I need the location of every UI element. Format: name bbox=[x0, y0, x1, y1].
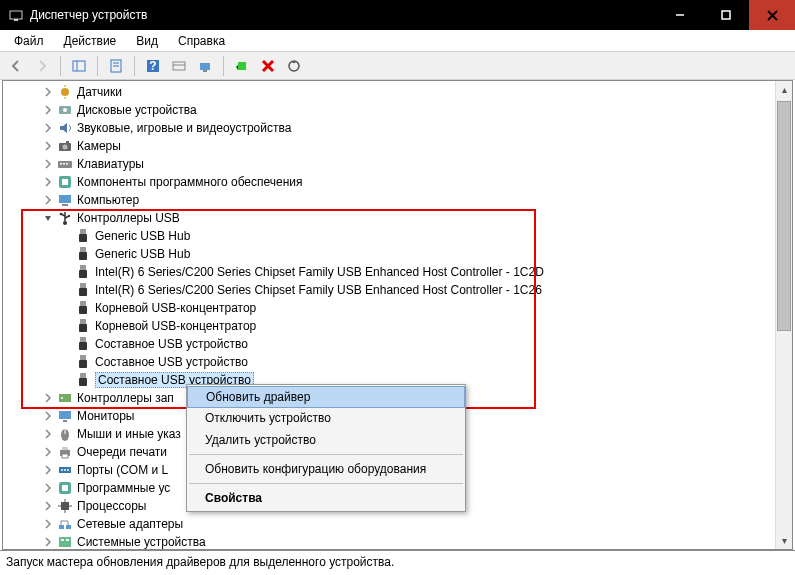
tree-node[interactable]: Intel(R) 6 Series/C200 Series Chipset Fa… bbox=[3, 281, 775, 299]
tree-node-label: Составное USB устройство bbox=[95, 355, 248, 369]
menu-file[interactable]: Файл bbox=[4, 32, 54, 50]
tree-node[interactable]: Сетевые адаптеры bbox=[3, 515, 775, 533]
context-menu-properties[interactable]: Свойства bbox=[187, 487, 465, 509]
tree-node[interactable]: Generic USB Hub bbox=[3, 245, 775, 263]
svg-rect-36 bbox=[62, 204, 68, 206]
tree-node[interactable]: Компоненты программного обеспечения bbox=[3, 173, 775, 191]
maximize-button[interactable] bbox=[703, 0, 749, 30]
tree-node[interactable]: Звуковые, игровые и видеоустройства bbox=[3, 119, 775, 137]
svg-rect-80 bbox=[66, 525, 71, 529]
svg-point-37 bbox=[63, 221, 67, 225]
svg-rect-43 bbox=[80, 247, 86, 252]
tree-node[interactable]: Корневой USB-концентратор bbox=[3, 317, 775, 335]
expand-icon[interactable] bbox=[41, 481, 55, 495]
svg-rect-53 bbox=[80, 337, 86, 342]
tree-node-label: Системные устройства bbox=[77, 535, 206, 549]
help-button[interactable]: ? bbox=[141, 54, 165, 78]
expand-icon[interactable] bbox=[41, 175, 55, 189]
scrollbar-thumb[interactable] bbox=[777, 101, 791, 331]
view-button[interactable] bbox=[167, 54, 191, 78]
context-menu-uninstall[interactable]: Удалить устройство bbox=[187, 429, 465, 451]
tree-node[interactable]: Системные устройства bbox=[3, 533, 775, 549]
menu-action[interactable]: Действие bbox=[54, 32, 127, 50]
statusbar: Запуск мастера обновления драйверов для … bbox=[0, 550, 795, 572]
minimize-button[interactable] bbox=[657, 0, 703, 30]
tree-node[interactable]: Intel(R) 6 Series/C200 Series Chipset Fa… bbox=[3, 263, 775, 281]
context-menu-scan[interactable]: Обновить конфигурацию оборудования bbox=[187, 458, 465, 480]
context-menu-disable[interactable]: Отключить устройство bbox=[187, 407, 465, 429]
menu-view[interactable]: Вид bbox=[126, 32, 168, 50]
properties-button[interactable] bbox=[104, 54, 128, 78]
titlebar: Диспетчер устройств bbox=[0, 0, 795, 30]
expand-icon[interactable] bbox=[41, 85, 55, 99]
menu-help[interactable]: Справка bbox=[168, 32, 235, 50]
tree-node[interactable]: Generic USB Hub bbox=[3, 227, 775, 245]
expand-icon[interactable] bbox=[41, 463, 55, 477]
expand-icon[interactable] bbox=[41, 535, 55, 549]
svg-rect-55 bbox=[80, 355, 86, 360]
svg-rect-44 bbox=[79, 252, 87, 260]
expand-icon[interactable] bbox=[41, 445, 55, 459]
vertical-scrollbar[interactable]: ▴ ▾ bbox=[775, 81, 792, 549]
close-button[interactable] bbox=[749, 0, 795, 30]
svg-rect-35 bbox=[59, 195, 71, 203]
scroll-up-arrow[interactable]: ▴ bbox=[776, 81, 792, 98]
svg-rect-17 bbox=[238, 62, 246, 70]
tree-node[interactable]: Корневой USB-концентратор bbox=[3, 299, 775, 317]
tree-node[interactable]: Дисковые устройства bbox=[3, 101, 775, 119]
enable-button[interactable] bbox=[230, 54, 254, 78]
svg-rect-16 bbox=[203, 70, 207, 72]
tree-node[interactable]: Компьютер bbox=[3, 191, 775, 209]
expand-icon[interactable] bbox=[41, 517, 55, 531]
tree-node-label: Камеры bbox=[77, 139, 121, 153]
svg-rect-79 bbox=[59, 525, 64, 529]
forward-button[interactable] bbox=[30, 54, 54, 78]
expand-icon[interactable] bbox=[41, 139, 55, 153]
expand-icon[interactable] bbox=[41, 103, 55, 117]
update-driver-button[interactable] bbox=[193, 54, 217, 78]
tree-node[interactable]: Контроллеры USB bbox=[3, 209, 775, 227]
svg-rect-1 bbox=[14, 19, 18, 21]
svg-rect-52 bbox=[79, 324, 87, 332]
tree-node[interactable]: Клавиатуры bbox=[3, 155, 775, 173]
show-hide-tree-button[interactable] bbox=[67, 54, 91, 78]
computer-icon bbox=[57, 192, 73, 208]
back-button[interactable] bbox=[4, 54, 28, 78]
svg-point-69 bbox=[61, 469, 63, 471]
expand-icon[interactable] bbox=[41, 391, 55, 405]
tree-node[interactable]: Составное USB устройство bbox=[3, 353, 775, 371]
usbdev-icon bbox=[75, 372, 91, 388]
expand-icon[interactable] bbox=[41, 157, 55, 171]
svg-point-25 bbox=[63, 108, 67, 112]
tree-node[interactable]: Камеры bbox=[3, 137, 775, 155]
svg-point-60 bbox=[61, 397, 63, 399]
expander-spacer bbox=[59, 229, 73, 243]
context-menu: Обновить драйвер Отключить устройство Уд… bbox=[186, 384, 466, 512]
uninstall-button[interactable] bbox=[256, 54, 280, 78]
scan-hardware-button[interactable] bbox=[282, 54, 306, 78]
sensor-icon bbox=[57, 84, 73, 100]
expand-icon[interactable] bbox=[41, 409, 55, 423]
toolbar-separator bbox=[97, 56, 98, 76]
collapse-icon[interactable] bbox=[41, 211, 55, 225]
expand-icon[interactable] bbox=[41, 499, 55, 513]
expand-icon[interactable] bbox=[41, 193, 55, 207]
camera-icon bbox=[57, 138, 73, 154]
window-title: Диспетчер устройств bbox=[30, 8, 657, 22]
expand-icon[interactable] bbox=[41, 427, 55, 441]
expander-spacer bbox=[59, 283, 73, 297]
tree-node-label: Звуковые, игровые и видеоустройства bbox=[77, 121, 291, 135]
monitor-icon bbox=[57, 408, 73, 424]
context-menu-update-driver[interactable]: Обновить драйвер bbox=[187, 386, 465, 408]
device-tree-panel: ДатчикиДисковые устройстваЗвуковые, игро… bbox=[2, 80, 793, 550]
tree-node[interactable]: Составное USB устройство bbox=[3, 335, 775, 353]
svg-rect-58 bbox=[79, 378, 87, 386]
tree-node[interactable]: Датчики bbox=[3, 83, 775, 101]
scroll-down-arrow[interactable]: ▾ bbox=[776, 532, 792, 549]
tree-node-label: Корневой USB-концентратор bbox=[95, 319, 256, 333]
tree-node-label: Компоненты программного обеспечения bbox=[77, 175, 303, 189]
svg-rect-86 bbox=[66, 539, 69, 541]
network-icon bbox=[57, 516, 73, 532]
expand-icon[interactable] bbox=[41, 121, 55, 135]
svg-rect-30 bbox=[60, 163, 62, 165]
